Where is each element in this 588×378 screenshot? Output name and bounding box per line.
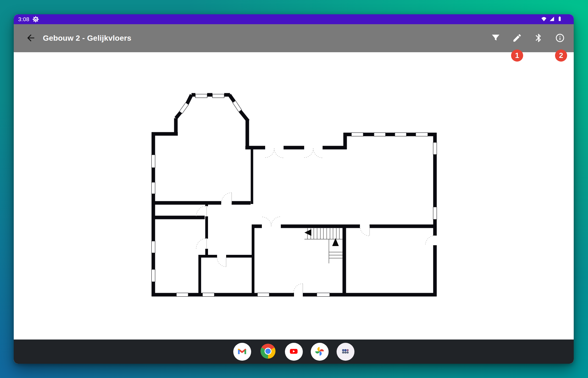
dock-app-gmail[interactable] bbox=[233, 343, 251, 361]
edit-button[interactable] bbox=[511, 32, 523, 44]
edit-pencil-icon bbox=[512, 33, 522, 44]
chrome-icon bbox=[259, 342, 277, 361]
gmail-icon bbox=[236, 345, 248, 358]
app-bar: Gebouw 2 - Gelijkvloers bbox=[14, 24, 574, 52]
dock-app-youtube[interactable] bbox=[285, 343, 303, 361]
filter-icon bbox=[491, 33, 501, 44]
dock-app-chrome[interactable] bbox=[259, 343, 277, 361]
step-badge-1: 1 bbox=[511, 49, 523, 62]
youtube-icon bbox=[288, 345, 300, 358]
step-badge-2: 2 bbox=[555, 49, 567, 62]
clock: 3:08 bbox=[18, 16, 29, 23]
app-drawer-dots-icon bbox=[339, 345, 351, 358]
wifi-icon bbox=[541, 16, 547, 23]
dock bbox=[14, 340, 574, 364]
android-setup-gear-icon bbox=[32, 16, 39, 23]
dock-app-drawer-button[interactable] bbox=[337, 343, 354, 361]
status-bar: 3:08 bbox=[14, 14, 574, 24]
back-button[interactable] bbox=[25, 32, 37, 44]
floorplan-canvas[interactable] bbox=[14, 52, 574, 340]
filter-button[interactable] bbox=[490, 32, 502, 44]
floorplan-view[interactable] bbox=[14, 52, 574, 340]
bluetooth-icon bbox=[534, 33, 543, 44]
info-button[interactable] bbox=[554, 32, 566, 44]
appbar-actions bbox=[490, 32, 566, 44]
cellular-signal-icon bbox=[549, 16, 555, 23]
google-photos-icon bbox=[314, 345, 326, 358]
info-icon bbox=[555, 33, 565, 44]
bluetooth-button[interactable] bbox=[532, 32, 545, 44]
android-emulator-window: 3:08 bbox=[14, 14, 574, 364]
arrow-back-icon bbox=[26, 33, 36, 44]
battery-icon bbox=[557, 16, 563, 23]
page-title: Gebouw 2 - Gelijkvloers bbox=[43, 34, 131, 43]
desktop-background: { "statusbar": { "time": "3:08", "left_i… bbox=[0, 0, 588, 378]
dock-app-google-photos[interactable] bbox=[311, 343, 329, 361]
